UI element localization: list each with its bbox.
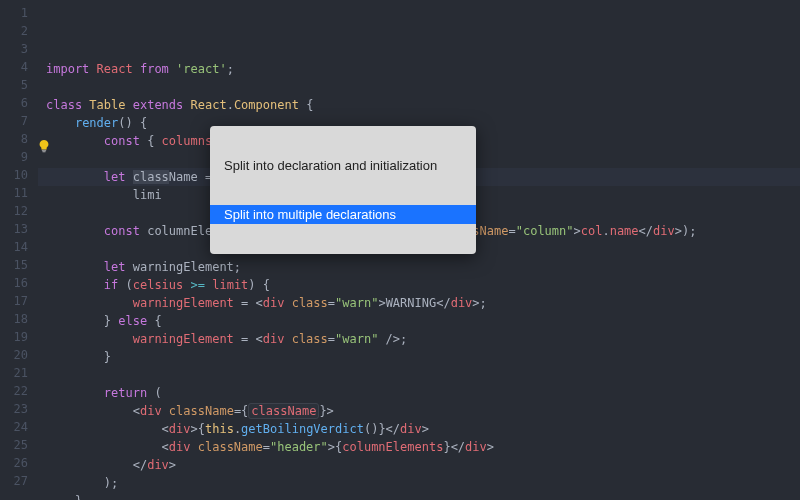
code-token	[46, 494, 75, 500]
code-line[interactable]	[38, 366, 800, 384]
code-token: >);	[675, 224, 697, 238]
code-token: <	[256, 332, 263, 346]
intent-item-split-multiple-declarations[interactable]: Split into multiple declarations	[210, 205, 476, 224]
code-token: div	[140, 404, 169, 418]
code-token: "header"	[270, 440, 328, 454]
line-number: 27	[0, 472, 28, 490]
code-token	[46, 350, 104, 364]
svg-rect-0	[42, 150, 46, 151]
line-number: 15	[0, 256, 28, 274]
code-token: }</	[443, 440, 465, 454]
line-number: 14	[0, 238, 28, 256]
code-token: </	[436, 296, 450, 310]
line-number: 26	[0, 454, 28, 472]
code-token	[46, 224, 104, 238]
code-token: {	[306, 98, 313, 112]
code-token: 'react'	[176, 62, 227, 76]
code-token: ()}</	[364, 422, 400, 436]
code-line[interactable]: </div>	[38, 456, 800, 474]
line-number: 7	[0, 112, 28, 130]
code-token: getBoilingVerdict	[241, 422, 364, 436]
code-token: Name	[169, 170, 205, 184]
code-token: WARNING	[386, 296, 437, 310]
code-line[interactable]: <div className={className}>	[38, 402, 800, 420]
code-token: }>	[319, 404, 333, 418]
code-token: class	[292, 332, 328, 346]
code-token: >;	[472, 296, 486, 310]
line-number: 21	[0, 364, 28, 382]
code-token: div	[169, 422, 191, 436]
line-number: 10	[0, 166, 28, 184]
code-line[interactable]: }	[38, 348, 800, 366]
code-token: =	[328, 332, 335, 346]
code-line[interactable]	[38, 78, 800, 96]
code-editor[interactable]: 1234567891011121314151617181920212223242…	[0, 0, 800, 500]
code-token: from	[140, 62, 176, 76]
code-token: warningElement	[133, 260, 234, 274]
code-line[interactable]: warningElement = <div class="warn" />;	[38, 330, 800, 348]
code-token: const	[104, 224, 147, 238]
line-number: 17	[0, 292, 28, 310]
code-token: =	[241, 296, 255, 310]
code-line[interactable]: class Table extends React.Component {	[38, 96, 800, 114]
code-token: className	[198, 440, 263, 454]
code-line[interactable]: import React from 'react';	[38, 60, 800, 78]
code-token: React	[191, 98, 227, 112]
intent-item-split-declaration-init[interactable]: Split into declaration and initializatio…	[210, 156, 476, 175]
code-line[interactable]: warningElement = <div class="warn">WARNI…	[38, 294, 800, 312]
code-token: "column"	[516, 224, 574, 238]
code-line[interactable]: let warningElement;	[38, 258, 800, 276]
code-line[interactable]: }	[38, 492, 800, 500]
code-area[interactable]: Split into declaration and initializatio…	[38, 0, 800, 500]
code-token: Table	[89, 98, 132, 112]
code-token: );	[104, 476, 118, 490]
code-token: columns	[162, 134, 213, 148]
code-token	[46, 188, 133, 202]
code-token: >{	[328, 440, 342, 454]
line-number: 4	[0, 58, 28, 76]
code-token	[46, 476, 104, 490]
code-token: extends	[133, 98, 191, 112]
code-line[interactable]: <div>{this.getBoilingVerdict()}</div>	[38, 420, 800, 438]
line-number: 2	[0, 22, 28, 40]
code-token: celsius	[133, 278, 191, 292]
code-token	[46, 386, 104, 400]
code-token: (	[154, 386, 161, 400]
code-token: "warn"	[335, 332, 386, 346]
code-token: >	[422, 422, 429, 436]
code-line[interactable]: } else {	[38, 312, 800, 330]
code-line[interactable]: return (	[38, 384, 800, 402]
code-token: class	[133, 170, 169, 184]
code-line[interactable]: <div className="header">{columnElements}…	[38, 438, 800, 456]
intention-actions-menu[interactable]: Split into declaration and initializatio…	[210, 126, 476, 254]
line-number: 25	[0, 436, 28, 454]
code-token: ;	[234, 260, 241, 274]
code-line[interactable]: );	[38, 474, 800, 492]
lightbulb-icon[interactable]	[37, 111, 51, 125]
code-token: =	[241, 332, 255, 346]
code-token: this	[205, 422, 234, 436]
line-number: 20	[0, 346, 28, 364]
line-number: 9	[0, 148, 28, 166]
code-token: =	[263, 440, 270, 454]
code-token: ) {	[248, 278, 270, 292]
svg-rect-1	[42, 151, 46, 152]
line-number: 24	[0, 418, 28, 436]
code-token: import	[46, 62, 97, 76]
code-token: class	[292, 296, 328, 310]
code-token: }	[104, 350, 111, 364]
code-token	[46, 314, 104, 328]
code-token: <	[162, 422, 169, 436]
code-token	[46, 440, 162, 454]
code-token: {	[154, 314, 161, 328]
code-token: name	[610, 224, 639, 238]
code-token: limi	[133, 188, 162, 202]
code-token: className	[248, 403, 319, 419]
code-line[interactable]: if (celsius >= limit) {	[38, 276, 800, 294]
line-number: 16	[0, 274, 28, 292]
code-token: warningElement	[133, 332, 241, 346]
code-token: <	[162, 440, 169, 454]
code-token: let	[104, 170, 133, 184]
code-token: >=	[191, 278, 213, 292]
code-token: "warn"	[335, 296, 378, 310]
